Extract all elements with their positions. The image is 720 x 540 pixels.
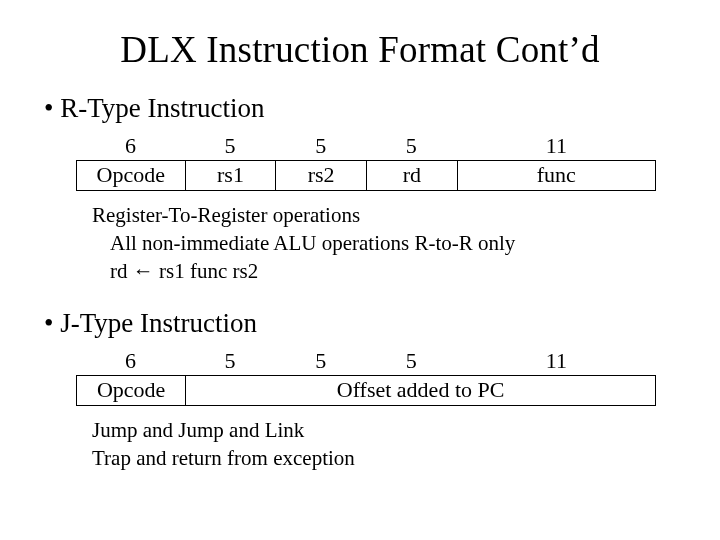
rtype-field-row: Opcode rs1 rs2 rd func <box>76 160 656 190</box>
left-arrow-icon: ← <box>133 259 154 282</box>
rtype-desc-line3-pre: rd <box>110 259 133 283</box>
rtype-field-rs2: rs2 <box>276 160 367 190</box>
rtype-bits-opcode: 6 <box>76 132 185 160</box>
rtype-desc-line3: rd ← rs1 func rs2 <box>110 257 684 285</box>
rtype-field-func: func <box>458 160 656 190</box>
jtype-desc-line1: Jump and Jump and Link <box>92 416 684 444</box>
jtype-bits-c5: 11 <box>457 347 656 375</box>
rtype-field-opcode: Opcode <box>76 160 186 190</box>
jtype-heading: • J-Type Instruction <box>44 308 684 339</box>
rtype-field-rd: rd <box>367 160 458 190</box>
jtype-description: Jump and Jump and Link Trap and return f… <box>92 416 684 473</box>
rtype-field-rs1: rs1 <box>186 160 277 190</box>
rtype-heading: • R-Type Instruction <box>44 93 684 124</box>
jtype-desc-line2: Trap and return from exception <box>92 444 684 472</box>
rtype-desc-line2: All non-immediate ALU operations R-to-R … <box>110 229 684 257</box>
jtype-field-opcode: Opcode <box>76 375 186 405</box>
rtype-bits-rd: 5 <box>366 132 457 160</box>
rtype-description: Register-To-Register operations All non-… <box>92 201 684 286</box>
jtype-bits-c2: 5 <box>185 347 276 375</box>
jtype-bitwidth-row: 6 5 5 5 11 <box>76 347 656 375</box>
rtype-bits-func: 11 <box>457 132 656 160</box>
jtype-bits-opcode: 6 <box>76 347 185 375</box>
rtype-desc-line3-post: rs1 func rs2 <box>154 259 258 283</box>
page-title: DLX Instruction Format Cont’d <box>36 28 684 71</box>
jtype-field-offset: Offset added to PC <box>186 375 656 405</box>
jtype-bits-c4: 5 <box>366 347 457 375</box>
rtype-desc-line1: Register-To-Register operations <box>92 201 684 229</box>
rtype-bitwidth-row: 6 5 5 5 11 <box>76 132 656 160</box>
jtype-field-row: Opcode Offset added to PC <box>76 375 656 405</box>
rtype-bits-rs2: 5 <box>275 132 366 160</box>
jtype-bits-c3: 5 <box>275 347 366 375</box>
rtype-bits-rs1: 5 <box>185 132 276 160</box>
